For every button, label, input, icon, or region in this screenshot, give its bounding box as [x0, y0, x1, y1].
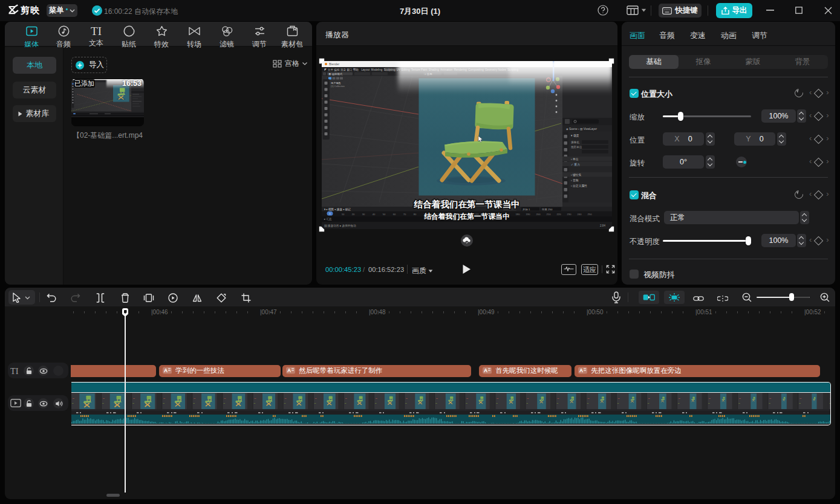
svg-text:210: 210 [546, 212, 551, 215]
svg-text:› 音频: › 音频 [571, 178, 579, 183]
svg-text:开始 1: 开始 1 [523, 207, 530, 210]
svg-text:› 单位: › 单位 [571, 158, 579, 161]
svg-text:230: 230 [567, 212, 571, 215]
svg-text:180: 180 [515, 212, 520, 215]
svg-text:◈ Scene › ▨ ViewLayer: ◈ Scene › ▨ ViewLayer [566, 128, 597, 131]
svg-text:✓ 重力: ✓ 重力 [571, 162, 580, 166]
svg-text:2.84: 2.84 [600, 224, 605, 227]
svg-text:|00:47: |00:47 [260, 309, 277, 315]
svg-text:用户视角: 用户视角 [331, 81, 341, 84]
svg-text:结合着我们在第一节课当中: 结合着我们在第一节课当中 [423, 212, 510, 221]
svg-text:|00:50: |00:50 [587, 309, 604, 315]
svg-text:Blender: Blender [329, 62, 340, 66]
svg-text:70: 70 [403, 212, 406, 215]
svg-text:摄像机: 摄像机 [571, 141, 579, 144]
svg-text:▸ 汇总: ▸ 汇总 [324, 218, 332, 221]
svg-text:240: 240 [577, 212, 582, 215]
svg-text:(1) Collection: (1) Collection [331, 85, 345, 88]
svg-text:220: 220 [556, 212, 561, 215]
svg-text:结束 250: 结束 250 [542, 207, 553, 210]
svg-text:50: 50 [382, 212, 385, 215]
svg-text:30: 30 [362, 212, 365, 215]
svg-text:▦ 播放动画 ● 选择并拖动: ▦ 播放动画 ● 选择并拖动 [324, 223, 356, 227]
svg-text:⏵ ▾ 视图 ▾ 播放 ▾ 标记: ⏵ ▾ 视图 ▾ 播放 ▾ 标记 [324, 207, 351, 212]
svg-text:› 自定义属性: › 自定义属性 [571, 184, 587, 188]
svg-text:40: 40 [372, 212, 375, 215]
svg-text:|00:52: |00:52 [804, 309, 821, 315]
svg-text:结合着我们在第一节课当中: 结合着我们在第一节课当中 [413, 199, 519, 209]
svg-text:20: 20 [351, 212, 354, 215]
svg-text:60: 60 [392, 212, 396, 215]
svg-text:190: 190 [526, 212, 530, 215]
svg-text:10: 10 [341, 212, 344, 215]
svg-text:200: 200 [536, 212, 541, 215]
svg-text:|00:51: |00:51 [695, 309, 712, 315]
svg-text:|00:49: |00:49 [478, 309, 495, 315]
svg-text:|00:46: |00:46 [151, 309, 168, 315]
svg-text:焦距单位: 焦距单位 [571, 146, 582, 149]
svg-text:|00:48: |00:48 [369, 309, 386, 315]
svg-text:250: 250 [587, 212, 592, 215]
svg-text:80: 80 [413, 212, 416, 215]
